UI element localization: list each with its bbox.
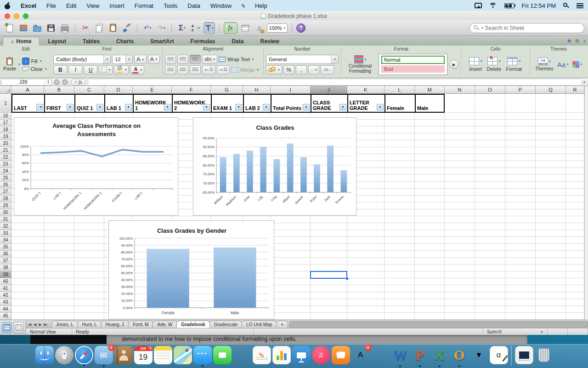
clear-button[interactable]: Clear▾ bbox=[22, 66, 47, 72]
comma-button[interactable]: , bbox=[296, 65, 307, 75]
background-window-body[interactable]: demonstrated to me how to impose conditi… bbox=[30, 335, 527, 344]
chart-class-grades[interactable]: Class Grades65.00%70.00%75.00%80.00%85.0… bbox=[193, 117, 356, 216]
chevron-down-icon[interactable]: ▾ bbox=[184, 26, 186, 30]
chevron-down-icon[interactable]: ▾ bbox=[519, 59, 520, 63]
row-header-43[interactable]: 43 bbox=[0, 299, 11, 306]
menu-clock[interactable]: Fri 12:54 PM bbox=[522, 2, 556, 9]
sheet-nav-icon[interactable]: ▶| bbox=[44, 322, 48, 327]
filter-button-class-grade[interactable]: ▼ bbox=[339, 104, 346, 110]
increase-indent-button[interactable]: ⇒ bbox=[217, 65, 230, 75]
underline-button[interactable]: U bbox=[84, 65, 97, 75]
row-header-22[interactable]: 22 bbox=[0, 154, 11, 161]
chevron-down-icon[interactable]: ▾ bbox=[103, 55, 110, 63]
dock-icon-excel[interactable]: X bbox=[430, 346, 449, 364]
row-header-41[interactable]: 41 bbox=[0, 285, 11, 292]
undo-button[interactable]: ↶▾ bbox=[141, 22, 153, 34]
row-header-24[interactable]: 24 bbox=[0, 168, 11, 175]
select-all-corner[interactable] bbox=[0, 86, 11, 94]
filter-button-lab-2[interactable]: ▼ bbox=[263, 104, 270, 110]
menu-item-tools[interactable]: Tools bbox=[164, 2, 177, 9]
selected-cell[interactable] bbox=[310, 271, 347, 279]
dock-icon-mail[interactable]: ✉4 bbox=[95, 346, 113, 364]
bold-button[interactable]: B bbox=[53, 65, 67, 75]
wifi-icon[interactable] bbox=[489, 3, 497, 9]
search-input[interactable] bbox=[485, 25, 580, 31]
column-header-P[interactable]: P bbox=[505, 86, 536, 94]
tab-home[interactable]: ⌂Home bbox=[3, 37, 40, 46]
row-header-31[interactable]: 31 bbox=[0, 216, 11, 223]
chevron-down-icon[interactable]: ▾ bbox=[583, 40, 585, 43]
column-header-D[interactable]: D bbox=[104, 86, 133, 94]
sheet-nav-icon[interactable]: ◀ bbox=[34, 322, 36, 327]
column-header-F[interactable]: F bbox=[172, 86, 211, 94]
row-header-19[interactable]: 19 bbox=[0, 133, 11, 140]
align-center-button[interactable] bbox=[177, 65, 188, 75]
theme-fonts-button[interactable]: Aa▾ bbox=[557, 61, 569, 69]
filter-button-exam-1[interactable]: ▼ bbox=[235, 104, 242, 110]
paste-button[interactable] bbox=[107, 22, 119, 34]
chevron-down-icon[interactable]: ▾ bbox=[331, 55, 338, 63]
header-cell-homework-2[interactable]: HOMEWORK 2▼ bbox=[172, 94, 211, 113]
row-header-38[interactable]: 38 bbox=[0, 264, 11, 271]
insert-cells-button[interactable]: ←▾ Insert bbox=[469, 57, 482, 72]
dock-icon-downloads-globe[interactable]: ▼ bbox=[470, 346, 488, 364]
dock-icon-trash[interactable] bbox=[535, 346, 553, 364]
row-header-39[interactable]: 39 bbox=[0, 271, 11, 278]
autosum-button[interactable]: Σ▾ bbox=[176, 22, 188, 34]
filter-button[interactable]: ▾ bbox=[204, 22, 215, 34]
fill-button[interactable]: ↓Fill▾ bbox=[22, 58, 47, 65]
template-gallery-button[interactable] bbox=[17, 22, 29, 34]
column-header-R[interactable]: R bbox=[566, 86, 584, 94]
add-sheet-tab[interactable]: + bbox=[276, 321, 288, 328]
row-header-30[interactable]: 30 bbox=[0, 209, 11, 216]
row-header-34[interactable]: 34 bbox=[0, 237, 11, 244]
format-cells-button[interactable]: ▾ Format bbox=[506, 57, 522, 72]
page-layout-view-button[interactable] bbox=[14, 322, 24, 333]
dock-icon-mathtype[interactable]: α bbox=[490, 346, 508, 364]
normal-view-button[interactable] bbox=[2, 322, 12, 333]
dock-icon-contacts[interactable] bbox=[114, 346, 133, 364]
column-header-N[interactable]: N bbox=[445, 86, 475, 94]
dock-icon-notes[interactable] bbox=[154, 346, 172, 364]
sheet-nav-icon[interactable]: |◀ bbox=[28, 322, 31, 327]
media-browser-button[interactable]: ♫ bbox=[253, 22, 265, 34]
row-header-27[interactable]: 27 bbox=[0, 189, 11, 196]
align-right-button[interactable] bbox=[190, 65, 201, 75]
formula-bar-expand-icon[interactable]: ▼ bbox=[581, 80, 588, 84]
percent-button[interactable]: % bbox=[283, 65, 294, 75]
column-header-L[interactable]: L bbox=[384, 86, 415, 94]
dock-icon-maps[interactable] bbox=[174, 346, 192, 364]
column-header-B[interactable]: B bbox=[44, 86, 74, 94]
tab-tables[interactable]: Tables bbox=[75, 37, 107, 46]
conditional-formatting-button[interactable]: ▾ Conditional Formatting bbox=[344, 55, 377, 74]
fill-handle[interactable] bbox=[345, 277, 349, 280]
row-header-25[interactable]: 25 bbox=[0, 175, 11, 182]
row-header-29[interactable]: 29 bbox=[0, 202, 11, 209]
dock-icon-documents[interactable] bbox=[515, 346, 533, 364]
delete-cells-button[interactable]: ⊗▾ Delete bbox=[486, 57, 501, 72]
row-header-44[interactable]: 44 bbox=[0, 306, 11, 313]
dock-icon-powerpoint[interactable]: P bbox=[411, 346, 429, 364]
chevron-down-icon[interactable]: ▾ bbox=[150, 26, 152, 30]
menu-item-format[interactable]: Format bbox=[135, 2, 153, 9]
format-painter-button[interactable] bbox=[121, 22, 133, 34]
vertical-scrollbar[interactable] bbox=[584, 86, 588, 320]
dock-icon-calendar[interactable]: JUN191 bbox=[134, 346, 153, 364]
notification-center-icon[interactable] bbox=[577, 3, 583, 8]
chevron-down-icon[interactable]: ▾ bbox=[212, 26, 214, 30]
chevron-down-icon[interactable]: ▾ bbox=[581, 63, 582, 66]
dock-icon-launchpad[interactable] bbox=[55, 346, 74, 364]
cut-button[interactable]: ✂ bbox=[79, 22, 91, 34]
horizontal-scrollbar[interactable] bbox=[289, 321, 588, 328]
merge-button[interactable]: Merge▾ bbox=[231, 67, 259, 73]
chevron-down-icon[interactable]: ▾ bbox=[252, 58, 254, 61]
row-header-36[interactable]: 36 bbox=[0, 251, 11, 258]
row-header-28[interactable]: 28 bbox=[0, 196, 11, 202]
display-menu-icon[interactable] bbox=[475, 3, 482, 8]
column-header-H[interactable]: H bbox=[243, 86, 271, 94]
row-header-35[interactable]: 35 bbox=[0, 244, 11, 251]
row-header-45[interactable]: 45 bbox=[0, 313, 11, 320]
dock-icon-app-store[interactable]: A4 bbox=[351, 346, 370, 364]
row-header-26[interactable]: 26 bbox=[0, 182, 11, 189]
column-header-Q[interactable]: Q bbox=[536, 86, 566, 94]
